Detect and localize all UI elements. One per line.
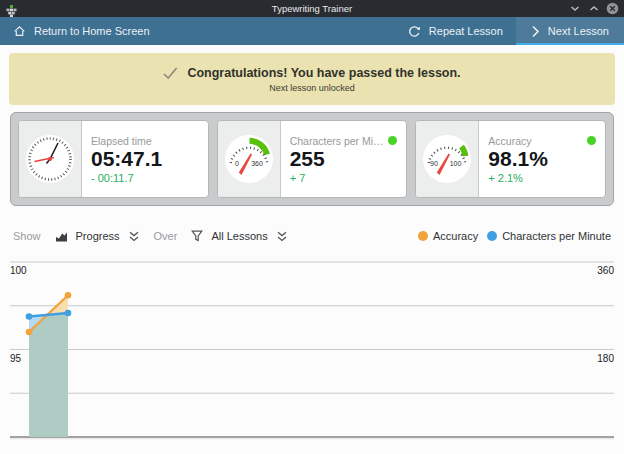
double-chevron-down-icon: [276, 231, 288, 242]
chevron-right-icon: [531, 25, 540, 38]
progress-chart-icon: [55, 231, 68, 242]
svg-text:90: 90: [430, 160, 438, 167]
elapsed-time-value: 05:47.1: [91, 147, 199, 171]
svg-text:95: 95: [10, 353, 22, 364]
characters-per-minute-value: 255: [290, 147, 398, 171]
banner-subtitle: Next lesson unlocked: [269, 83, 355, 93]
show-label: Show: [13, 230, 41, 242]
chevron-down-icon: [570, 5, 580, 12]
clock-icon: [19, 121, 82, 197]
repeat-lesson-label: Repeat Lesson: [429, 25, 503, 37]
accuracy-value: 98.1%: [488, 147, 596, 171]
check-icon: [163, 67, 178, 79]
over-label: Over: [154, 230, 178, 242]
repeat-lesson-button[interactable]: Repeat Lesson: [395, 17, 516, 45]
double-chevron-down-icon: [128, 231, 140, 242]
card-label: Characters per Min…: [290, 135, 385, 147]
next-lesson-label: Next Lesson: [548, 25, 609, 37]
legend-dot: [487, 231, 497, 241]
legend-item-cpm: Characters per Minute: [487, 230, 611, 242]
legend-dot: [418, 231, 428, 241]
success-banner: Congratulations! You have passed the les…: [9, 53, 615, 105]
svg-text:100: 100: [450, 160, 462, 167]
window-title: Typewriting Trainer: [0, 3, 624, 14]
characters-per-minute-card: 0 360 Characters per Min… 255 + 7: [217, 120, 408, 198]
accuracy-gauge-icon: 90 100: [416, 121, 479, 197]
legend-label: Accuracy: [433, 230, 478, 242]
svg-text:0: 0: [235, 160, 239, 167]
metric-selector[interactable]: Progress: [55, 230, 140, 242]
metric-selector-label: Progress: [76, 230, 120, 242]
app-icon: [5, 3, 18, 15]
home-icon: [13, 25, 26, 37]
svg-text:100: 100: [10, 265, 27, 276]
elapsed-time-delta: - 00:11.7: [91, 172, 199, 184]
elapsed-time-card: Elapsed time 05:47.1 - 00:11.7: [18, 120, 209, 198]
refresh-icon: [408, 25, 421, 38]
next-lesson-button[interactable]: Next Lesson: [516, 17, 624, 45]
minimize-button[interactable]: [568, 2, 581, 15]
accuracy-card: 90 100 Accuracy 98.1% + 2.1%: [415, 120, 606, 198]
toolbar-spacer: [163, 17, 395, 45]
close-icon: [606, 2, 619, 15]
lessons-selector[interactable]: All Lessons: [191, 230, 287, 242]
svg-text:360: 360: [597, 265, 614, 276]
banner-title: Congratulations! You have passed the les…: [187, 66, 460, 80]
window-titlebar: Typewriting Trainer: [0, 0, 624, 17]
chart-filter-bar: Show Progress Over All Lessons Accuracy …: [13, 225, 611, 247]
card-label: Accuracy: [488, 135, 531, 147]
status-dot: [587, 136, 596, 145]
chart-legend: Accuracy Characters per Minute: [418, 230, 611, 242]
svg-text:360: 360: [251, 160, 263, 167]
close-button[interactable]: [606, 2, 619, 15]
svg-text:180: 180: [597, 353, 614, 364]
return-home-label: Return to Home Screen: [34, 25, 150, 37]
progress-chart: 10095360180: [0, 255, 624, 454]
accuracy-delta: + 2.1%: [488, 172, 596, 184]
stats-panel: Elapsed time 05:47.1 - 00:11.7 0 360 Cha…: [10, 112, 614, 206]
main-toolbar: Return to Home Screen Repeat Lesson Next…: [0, 17, 624, 45]
legend-item-accuracy: Accuracy: [418, 230, 478, 242]
return-home-button[interactable]: Return to Home Screen: [0, 17, 163, 45]
chevron-up-icon: [589, 5, 599, 12]
lessons-selector-label: All Lessons: [211, 230, 267, 242]
card-label: Elapsed time: [91, 135, 152, 147]
filter-icon: [191, 230, 203, 242]
maximize-button[interactable]: [587, 2, 600, 15]
status-dot: [388, 136, 397, 145]
legend-label: Characters per Minute: [502, 230, 611, 242]
characters-per-minute-delta: + 7: [290, 172, 398, 184]
speed-gauge-icon: 0 360: [218, 121, 281, 197]
